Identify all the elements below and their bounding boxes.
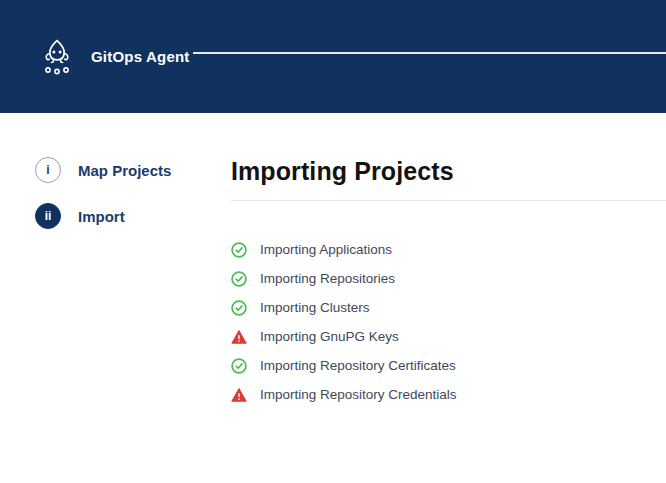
error-warning-triangle-icon xyxy=(231,329,247,345)
import-status-row: Importing Clusters xyxy=(231,293,666,322)
import-status-label: Importing Clusters xyxy=(260,300,370,315)
gitops-octopus-logo-icon xyxy=(40,38,74,76)
import-status-label: Importing Repository Credentials xyxy=(260,387,457,402)
wizard-step-import[interactable]: ii Import xyxy=(35,203,231,229)
page-body: i Map Projects ii Import Importing Proje… xyxy=(0,113,666,409)
brand: GitOps Agent xyxy=(40,38,190,76)
success-check-icon xyxy=(231,242,247,258)
success-check-icon xyxy=(231,300,247,316)
step-numeral-badge: i xyxy=(35,157,61,183)
step-label: Import xyxy=(78,208,125,225)
import-status-label: Importing GnuPG Keys xyxy=(260,329,399,344)
import-status-label: Importing Repository Certificates xyxy=(260,358,456,373)
app-header: GitOps Agent xyxy=(0,0,666,113)
import-status-label: Importing Applications xyxy=(260,242,392,257)
import-status-row: Importing Repository Credentials xyxy=(231,380,666,409)
brand-name: GitOps Agent xyxy=(91,48,190,65)
success-check-icon xyxy=(231,271,247,287)
header-divider-line xyxy=(193,52,666,54)
import-status-row: Importing Applications xyxy=(231,235,666,264)
wizard-step-nav: i Map Projects ii Import xyxy=(0,157,231,409)
title-divider-line xyxy=(231,200,666,201)
success-check-icon xyxy=(231,358,247,374)
import-status-row: Importing GnuPG Keys xyxy=(231,322,666,351)
page-title: Importing Projects xyxy=(231,157,666,186)
import-status-label: Importing Repositories xyxy=(260,271,395,286)
step-numeral-badge: ii xyxy=(35,203,61,229)
import-status-row: Importing Repositories xyxy=(231,264,666,293)
import-status-list: Importing Applications Importing Reposit… xyxy=(231,235,666,409)
wizard-step-map-projects[interactable]: i Map Projects xyxy=(35,157,231,183)
import-status-row: Importing Repository Certificates xyxy=(231,351,666,380)
step-label: Map Projects xyxy=(78,162,171,179)
import-content: Importing Projects Importing Application… xyxy=(231,157,666,409)
error-warning-triangle-icon xyxy=(231,387,247,403)
